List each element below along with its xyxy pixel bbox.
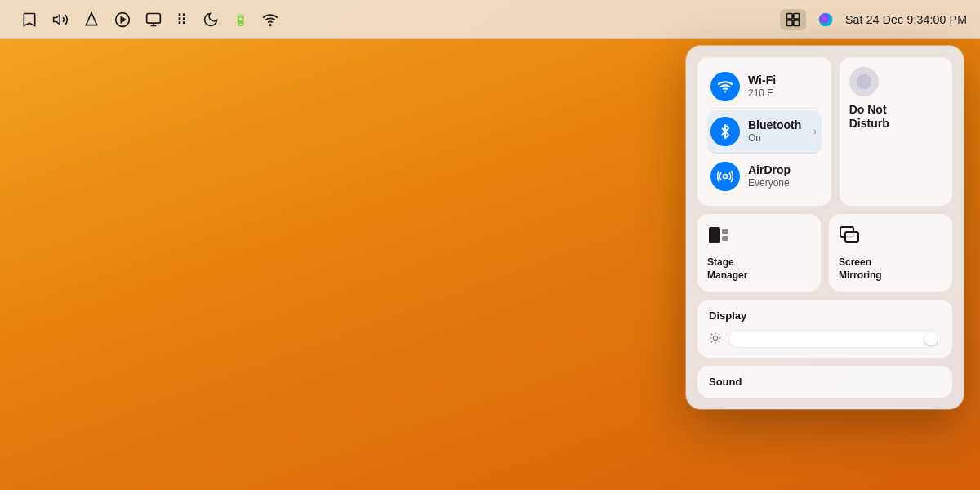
- display-section: Display: [697, 300, 952, 358]
- battery-icon[interactable]: 🔋: [234, 13, 247, 26]
- wifi-subtitle: 210 E: [748, 87, 776, 100]
- display-menu-icon[interactable]: [145, 11, 162, 28]
- svg-line-25: [719, 334, 719, 335]
- bluetooth-item[interactable]: Bluetooth On ›: [707, 110, 822, 154]
- svg-rect-16: [845, 232, 858, 242]
- svg-line-20: [711, 334, 712, 335]
- brightness-thumb: [924, 332, 938, 345]
- svg-point-10: [724, 175, 728, 179]
- airdrop-menu-icon[interactable]: [83, 11, 100, 28]
- moon-icon[interactable]: [203, 11, 219, 28]
- stage-manager-item[interactable]: Stage Manager: [697, 214, 821, 292]
- svg-rect-7: [794, 20, 800, 25]
- bluetooth-subtitle: On: [748, 132, 801, 145]
- brightness-icon: [709, 332, 722, 347]
- svg-rect-5: [794, 13, 800, 19]
- bluetooth-chevron: ›: [813, 126, 817, 137]
- bookmark-icon[interactable]: [21, 11, 38, 28]
- bluetooth-title: Bluetooth: [748, 118, 801, 132]
- airdrop-text: AirDrop Everyone: [748, 163, 791, 189]
- svg-rect-13: [722, 229, 728, 234]
- play-icon[interactable]: [114, 11, 131, 28]
- sound-header: Sound: [709, 376, 941, 388]
- wifi-menu-icon[interactable]: [262, 11, 278, 28]
- stage-manager-label: Stage Manager: [707, 256, 747, 282]
- menubar-clock: Sat 24 Dec 9:34:00 PM: [845, 13, 967, 26]
- bluetooth-icon-circle: [710, 117, 740, 146]
- wifi-title: Wi-Fi: [748, 74, 776, 87]
- airdrop-item[interactable]: AirDrop Everyone: [707, 155, 822, 198]
- connectivity-box: Wi-Fi 210 E Bluetooth On ›: [697, 57, 831, 206]
- svg-rect-12: [709, 227, 720, 243]
- control-center-middle-row: Stage Manager Screen Mirroring: [697, 214, 952, 292]
- wifi-text: Wi-Fi 210 E: [748, 74, 776, 100]
- focus-dots-icon[interactable]: ⠿: [176, 11, 188, 29]
- svg-point-11: [857, 74, 871, 89]
- screen-mirroring-label: Screen Mirroring: [839, 256, 882, 282]
- volume-icon[interactable]: [52, 11, 69, 28]
- svg-point-8: [819, 12, 833, 26]
- screen-mirroring-item[interactable]: Screen Mirroring: [829, 214, 952, 292]
- svg-line-24: [711, 341, 712, 341]
- dnd-icon-circle: [849, 67, 879, 96]
- menubar: ⠿ 🔋 Sat 24 Dec 9:34:00 PM: [0, 0, 980, 39]
- control-center-panel: Wi-Fi 210 E Bluetooth On ›: [686, 46, 964, 409]
- screen-mirroring-icon: [839, 224, 862, 252]
- svg-rect-6: [787, 20, 793, 25]
- svg-point-9: [724, 91, 726, 93]
- display-header: Display: [709, 310, 941, 322]
- svg-rect-14: [722, 236, 728, 241]
- airdrop-subtitle: Everyone: [748, 177, 791, 190]
- sound-section: Sound: [697, 366, 952, 398]
- svg-marker-1: [121, 16, 125, 22]
- svg-point-3: [270, 24, 271, 25]
- do-not-disturb-item[interactable]: Do Not Disturb: [840, 57, 952, 206]
- dnd-label: Do Not Disturb: [849, 103, 889, 131]
- menubar-left-icons: ⠿ 🔋: [21, 11, 278, 29]
- wifi-item[interactable]: Wi-Fi 210 E: [707, 65, 822, 109]
- svg-rect-4: [787, 13, 793, 19]
- stage-manager-icon: [707, 224, 730, 252]
- wifi-icon-circle: [710, 72, 740, 101]
- airdrop-title: AirDrop: [748, 163, 791, 177]
- airdrop-icon-circle: [710, 162, 740, 191]
- bluetooth-text: Bluetooth On: [748, 118, 801, 145]
- svg-line-21: [719, 341, 719, 341]
- brightness-row: [709, 330, 941, 348]
- menubar-right: Sat 24 Dec 9:34:00 PM: [780, 9, 967, 30]
- brightness-slider[interactable]: [728, 330, 941, 348]
- control-center-top-row: Wi-Fi 210 E Bluetooth On ›: [697, 57, 952, 206]
- svg-point-17: [713, 336, 717, 340]
- siri-icon[interactable]: [817, 11, 834, 28]
- control-center-icon[interactable]: [780, 9, 806, 30]
- svg-rect-2: [147, 13, 161, 23]
